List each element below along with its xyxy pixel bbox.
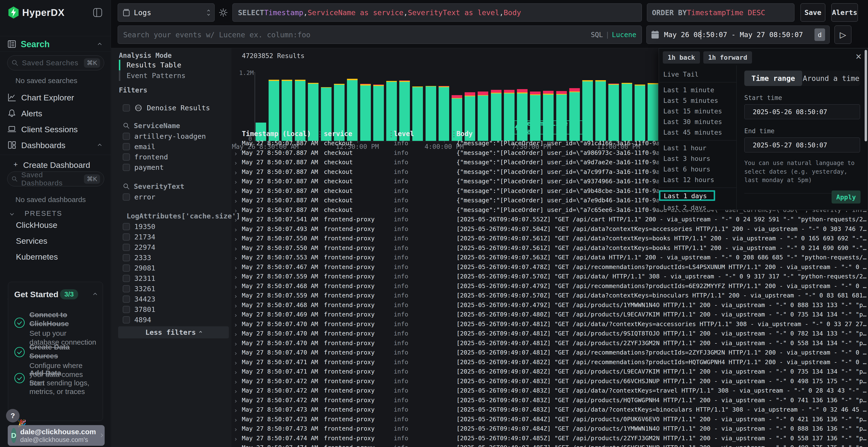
preset-services[interactable]: Services: [16, 236, 47, 246]
filter-group-header[interactable]: ServiceName: [123, 121, 229, 131]
preset-kubernetes[interactable]: Kubernetes: [16, 252, 58, 262]
time-preset-option[interactable]: Live Tail: [659, 69, 736, 80]
table-row[interactable]: May 27 8:50:07.541 AM frontend-proxy inf…: [231, 215, 868, 224]
close-icon[interactable]: ×: [856, 51, 862, 62]
time-preset-option[interactable]: Last 12 hours: [659, 175, 736, 185]
expand-row-icon[interactable]: [232, 302, 242, 309]
expand-row-icon[interactable]: [232, 406, 242, 413]
expand-row-icon[interactable]: [232, 187, 242, 194]
scrollbar-thumb[interactable]: [865, 50, 867, 141]
date-range-input[interactable]: May 26 08:50:07 - May 27 08:50:07 d: [646, 26, 830, 44]
expand-row-icon[interactable]: [232, 387, 242, 394]
expand-row-icon[interactable]: [232, 358, 242, 366]
filter-checkbox-item[interactable]: error: [123, 192, 229, 202]
query-language-toggle[interactable]: SQL|Lucene: [591, 31, 636, 39]
create-dashboard-button[interactable]: + Create Dashboard: [0, 157, 111, 172]
expand-row-icon[interactable]: [232, 368, 242, 375]
back-1h-button[interactable]: 1h back: [663, 51, 700, 64]
filter-checkbox-item[interactable]: 21734: [123, 232, 229, 242]
time-preset-option[interactable]: Last 15 minutes: [659, 106, 736, 116]
save-button[interactable]: Save: [801, 3, 825, 22]
sidebar-item-client-sessions[interactable]: Client Sessions: [0, 122, 111, 137]
table-row[interactable]: May 27 8:50:07.474 AM frontend-proxy inf…: [231, 434, 868, 443]
expand-row-icon[interactable]: [232, 416, 242, 423]
sidebar-item-search[interactable]: Search: [0, 36, 111, 51]
table-row[interactable]: May 27 8:50:07.472 AM frontend-proxy inf…: [231, 386, 868, 396]
column-drag-handle[interactable]: ⋮: [451, 130, 458, 138]
alerts-button[interactable]: Alerts: [831, 3, 858, 22]
sidebar-item-chart-explorer[interactable]: Chart Explorer: [0, 90, 111, 105]
filter-checkbox-item[interactable]: email: [123, 141, 229, 152]
table-row[interactable]: May 27 8:50:07.559 AM frontend-proxy inf…: [231, 272, 868, 281]
filter-group-header[interactable]: LogAttributes['cache.size']: [123, 211, 229, 221]
table-row[interactable]: May 27 8:50:07.471 AM frontend-proxy inf…: [231, 357, 868, 367]
table-row[interactable]: May 27 8:50:07.471 AM frontend-proxy inf…: [231, 367, 868, 376]
expand-row-icon[interactable]: [232, 206, 242, 213]
search-input[interactable]: [123, 31, 586, 39]
table-row[interactable]: May 27 8:50:07.550 AM frontend-proxy inf…: [231, 243, 868, 253]
filter-checkbox-item[interactable]: 2333: [123, 252, 229, 263]
filter-checkbox-item[interactable]: 4894: [123, 314, 229, 325]
expand-row-icon[interactable]: [232, 292, 242, 299]
time-preset-option[interactable]: Last 30 minutes: [659, 116, 736, 127]
time-preset-option[interactable]: Last 5 minutes: [659, 95, 736, 106]
filter-checkbox-item[interactable]: 29081: [123, 263, 229, 273]
preset-clickhouse[interactable]: ClickHouse: [16, 220, 57, 230]
expand-row-icon[interactable]: [232, 168, 242, 175]
table-row[interactable]: May 27 8:50:07.473 AM frontend-proxy inf…: [231, 424, 868, 434]
expand-row-icon[interactable]: [232, 378, 242, 385]
chevron-up-icon[interactable]: [94, 293, 96, 297]
expand-row-icon[interactable]: [232, 435, 242, 442]
expand-row-icon[interactable]: [232, 159, 242, 166]
table-row[interactable]: May 27 8:50:07.468 AM frontend-proxy inf…: [231, 300, 868, 310]
expand-row-icon[interactable]: [232, 216, 242, 223]
start-time-input[interactable]: [744, 104, 860, 119]
time-preset-option[interactable]: Last 6 hours: [659, 164, 736, 175]
table-row[interactable]: May 27 8:50:07.550 AM frontend-proxy inf…: [231, 234, 868, 243]
table-row[interactable]: May 27 8:50:07.473 AM frontend-proxy inf…: [231, 405, 868, 414]
expand-row-icon[interactable]: [232, 264, 242, 271]
filter-checkbox-item[interactable]: artillery-loadgen: [123, 131, 229, 141]
expand-row-icon[interactable]: [232, 235, 242, 242]
time-preset-option[interactable]: Last 2 days: [659, 202, 736, 210]
table-row[interactable]: May 27 8:50:07.559 AM frontend-proxy inf…: [231, 291, 868, 300]
time-preset-option[interactable]: Last 3 hours: [659, 153, 736, 164]
filter-checkbox-item[interactable]: 34423: [123, 294, 229, 304]
user-menu[interactable]: D dale@clickhouse.com dale@clickhouse.co…: [8, 425, 105, 446]
time-preset-option[interactable]: Last 1 hour: [659, 143, 736, 153]
col-level[interactable]: level: [394, 130, 457, 138]
filter-checkbox-item[interactable]: 37801: [123, 304, 229, 314]
column-drag-handle[interactable]: ⋮: [316, 130, 323, 138]
filter-group-header[interactable]: SeverityText: [123, 181, 229, 192]
tab-around-a-time[interactable]: Around a time: [802, 71, 860, 86]
table-row[interactable]: May 27 8:50:07.473 AM frontend-proxy inf…: [231, 414, 868, 424]
help-button[interactable]: ?: [6, 409, 20, 422]
expand-row-icon[interactable]: [232, 397, 242, 404]
table-row[interactable]: May 27 8:50:07.470 AM frontend-proxy inf…: [231, 338, 868, 348]
expand-row-icon[interactable]: [232, 197, 242, 204]
source-settings-gear-icon[interactable]: [218, 8, 228, 18]
table-row[interactable]: May 27 8:50:07.493 AM frontend-proxy inf…: [231, 224, 868, 234]
expand-row-icon[interactable]: [232, 444, 242, 447]
time-preset-option[interactable]: Last 45 minutes: [659, 127, 736, 138]
filter-checkbox-item[interactable]: 33261: [123, 283, 229, 294]
saved-dashboards-input[interactable]: Saved Dashboards ⌘K: [7, 171, 104, 186]
filter-checkbox-item[interactable]: 19350: [123, 221, 229, 232]
table-row[interactable]: May 27 8:50:07.470 AM frontend-proxy inf…: [231, 329, 868, 338]
table-row[interactable]: May 27 8:50:07.468 AM frontend-proxy inf…: [231, 281, 868, 291]
table-row[interactable]: May 27 8:50:07.472 AM frontend-proxy inf…: [231, 376, 868, 386]
time-preset-option[interactable]: Last 1 days: [659, 190, 715, 201]
time-preset-option[interactable]: Last 1 minute: [659, 85, 736, 95]
table-row[interactable]: May 27 8:50:07.553 AM frontend-proxy inf…: [231, 253, 868, 262]
sql-select-editor[interactable]: SELECT Timestamp, ServiceName as service…: [232, 3, 642, 22]
expand-row-icon[interactable]: [232, 425, 242, 432]
expand-row-icon[interactable]: [232, 311, 242, 318]
sidebar-item-dashboards[interactable]: Dashboards: [0, 137, 111, 153]
expand-row-icon[interactable]: [232, 273, 242, 280]
column-drag-handle[interactable]: ⋮: [388, 130, 395, 138]
get-started-step-connect[interactable]: Connect to ClickHouseSet up your databas…: [14, 310, 97, 347]
get-started-step-add-data[interactable]: Add DataStart sending logs, metrics, or …: [14, 369, 97, 396]
expand-row-icon[interactable]: [232, 149, 242, 156]
expand-row-icon[interactable]: [232, 330, 242, 337]
forward-1h-button[interactable]: 1h forward: [703, 51, 752, 64]
